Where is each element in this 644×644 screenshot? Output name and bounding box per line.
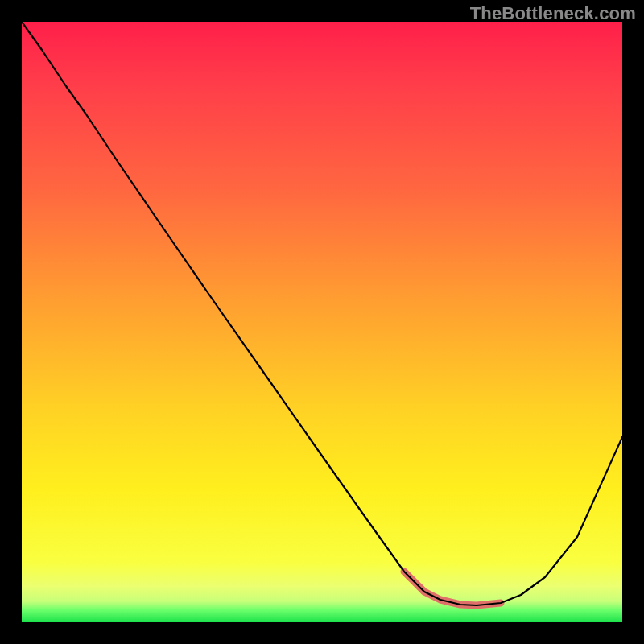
plot-area bbox=[22, 22, 622, 622]
bottleneck-curve bbox=[22, 22, 622, 605]
curve-accent bbox=[404, 572, 501, 605]
curve-svg bbox=[22, 22, 622, 622]
chart-frame: TheBottleneck.com bbox=[0, 0, 644, 644]
